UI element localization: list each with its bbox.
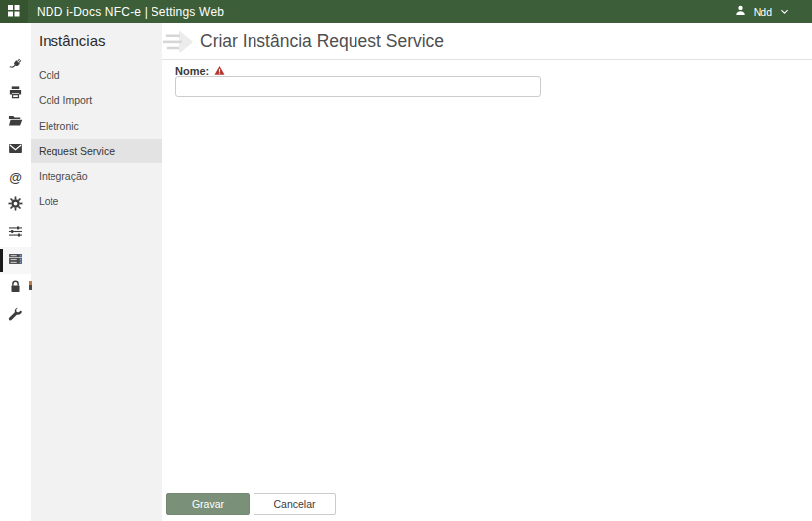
- rail-item-lock[interactable]: [0, 274, 31, 302]
- mail-icon: [8, 141, 23, 159]
- wrench-icon: [8, 307, 23, 326]
- page-header: Criar Instância Request Service: [162, 23, 812, 60]
- sidebar-item-integracao[interactable]: Integração: [31, 163, 162, 189]
- sidebar-menu: Cold Cold Import Eletronic Request Servi…: [31, 62, 162, 214]
- gear-icon: [8, 196, 23, 215]
- clipped-tooltip-fragment: [29, 281, 32, 290]
- plug-icon: [8, 57, 23, 76]
- rail-item-wrench[interactable]: [0, 302, 31, 330]
- page-title: Criar Instância Request Service: [200, 31, 444, 52]
- sidebar-item-label: Request Service: [39, 145, 115, 156]
- printer-icon: [8, 85, 23, 104]
- sidebar-title: Instâncias: [31, 23, 162, 49]
- sidebar-item-label: Eletronic: [39, 120, 79, 132]
- cancel-button[interactable]: Cancelar: [254, 493, 336, 515]
- app-title: NDD i-Docs NFC-e | Settings Web: [37, 5, 224, 19]
- sidebar-item-label: Cold Import: [39, 94, 92, 106]
- sidebar-item-eletronic[interactable]: Eletronic: [31, 113, 162, 139]
- sidebar-item-label: Cold: [39, 69, 60, 81]
- chevron-down-icon[interactable]: [779, 3, 790, 21]
- at-icon: @: [9, 171, 22, 184]
- sidebar-item-cold-import[interactable]: Cold Import: [31, 88, 162, 114]
- sidebar-item-label: Integração: [39, 170, 88, 182]
- app-window: NDD i-Docs NFC-e | Settings Web Ndd @: [0, 0, 812, 521]
- rail-item-mail[interactable]: [0, 136, 31, 163]
- rail-item-plug[interactable]: [0, 52, 31, 80]
- save-button[interactable]: Gravar: [166, 493, 250, 515]
- name-input[interactable]: [175, 76, 541, 97]
- user-menu[interactable]: Ndd: [734, 0, 790, 23]
- instances-stack-icon: [8, 252, 23, 270]
- rail-item-sliders[interactable]: [0, 219, 31, 247]
- app-launcher-button[interactable]: [0, 0, 28, 23]
- sidebar-item-lote[interactable]: Lote: [31, 189, 162, 215]
- sidebar-instancias: Instâncias Cold Cold Import Eletronic Re…: [31, 23, 162, 521]
- user-icon: [734, 3, 747, 21]
- sidebar-item-label: Lote: [39, 195, 58, 207]
- rail-item-printer[interactable]: [0, 80, 31, 108]
- rail-item-instances[interactable]: [0, 247, 31, 274]
- rail-item-at[interactable]: @: [0, 163, 31, 191]
- rail-item-folder[interactable]: [0, 108, 31, 136]
- icon-rail: @: [0, 23, 31, 521]
- sidebar-item-request-service[interactable]: Request Service: [31, 139, 162, 164]
- lock-icon: [8, 279, 23, 298]
- user-name: Ndd: [754, 6, 772, 18]
- form-actions: Gravar Cancelar: [166, 493, 336, 515]
- instance-header-icon: [163, 28, 195, 60]
- waffle-grid-icon: [8, 3, 20, 21]
- sidebar-item-cold[interactable]: Cold: [31, 62, 162, 88]
- topbar: NDD i-Docs NFC-e | Settings Web Ndd: [0, 0, 812, 23]
- rail-item-gear[interactable]: [0, 191, 31, 219]
- folder-open-icon: [8, 113, 23, 132]
- main-content: Criar Instância Request Service Nome: Gr…: [162, 23, 812, 521]
- sliders-icon: [8, 224, 23, 243]
